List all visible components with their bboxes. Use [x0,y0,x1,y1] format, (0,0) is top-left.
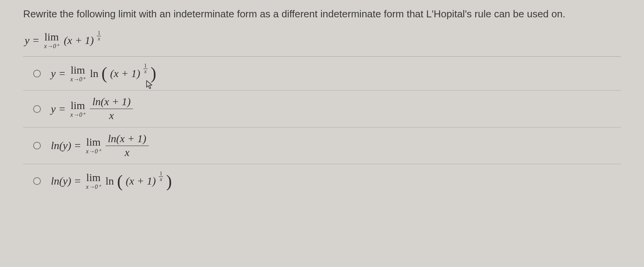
exp-num: 1 [97,30,101,36]
given-lhs: y = [25,34,39,47]
lim-label: lim [44,32,59,42]
opt4-lim: lim x→0⁺ [86,172,101,190]
opt2-num: ln(x + 1) [90,96,133,109]
question-prompt: Rewrite the following limit with an inde… [23,6,621,22]
opt1-exp: 1 x [143,63,148,74]
opt4-lim-label: lim [86,172,101,183]
opt4-exp-den: x [159,177,163,182]
opt4-lparen: ( [117,175,123,188]
opt1-lim-sub: x→0⁺ [70,76,85,82]
opt4-lim-sub: x→0⁺ [86,184,101,190]
option-4-math: ln(y) = lim x→0⁺ ln ( (x + 1) 1 x ) [51,172,172,190]
opt3-lim: lim x→0⁺ [86,137,101,154]
opt1-lim-label: lim [71,65,85,76]
given-base: (x + 1) [64,34,94,47]
opt4-lhs: ln(y) = [51,175,81,187]
opt2-den: x [107,109,116,122]
exp-den: x [97,36,101,42]
opt2-frac: ln(x + 1) x [90,96,133,122]
opt4-rparen: ) [166,175,172,188]
opt1-rparen: ) [151,67,156,80]
radio-2[interactable] [33,105,41,113]
opt4-ln: ln [106,175,114,187]
opt2-lim-label: lim [71,100,85,111]
given-expression: y = lim x→0⁺ (x + 1) 1 x [23,32,621,49]
opt1-lparen: ( [101,67,107,80]
option-2-math: y = lim x→0⁺ ln(x + 1) x [51,96,133,122]
opt3-lim-sub: x→0⁺ [86,148,101,154]
option-4[interactable]: ln(y) = lim x→0⁺ ln ( (x + 1) 1 x ) [23,164,621,198]
opt4-base: (x + 1) [126,175,156,187]
options-group: y = lim x→0⁺ ln ( (x + 1) 1 x ) y = lim … [23,57,621,198]
opt3-den: x [123,146,132,159]
lim-sub: x→0⁺ [44,43,59,49]
opt3-lim-label: lim [86,137,101,148]
radio-3[interactable] [33,142,41,149]
opt3-frac: ln(x + 1) x [106,133,149,159]
opt3-lhs: ln(y) = [51,139,81,152]
option-1-math: y = lim x→0⁺ ln ( (x + 1) 1 x ) [51,65,156,82]
cursor-icon [146,80,154,89]
opt1-exp-den: x [143,69,147,74]
opt4-exp: 1 x [159,171,163,182]
option-3[interactable]: ln(y) = lim x→0⁺ ln(x + 1) x [23,128,621,165]
option-3-math: ln(y) = lim x→0⁺ ln(x + 1) x [51,133,149,159]
opt2-lim-sub: x→0⁺ [70,112,85,118]
option-1[interactable]: y = lim x→0⁺ ln ( (x + 1) 1 x ) [23,57,621,91]
opt1-exp-num: 1 [143,63,148,69]
given-exponent: 1 x [97,30,101,42]
radio-1[interactable] [33,70,41,77]
opt1-lim: lim x→0⁺ [70,65,85,82]
opt1-ln: ln [90,67,98,80]
limit-operator: lim x→0⁺ [44,32,59,49]
opt2-lhs: y = [51,103,66,115]
opt1-base: (x + 1) [110,67,140,80]
option-2[interactable]: y = lim x→0⁺ ln(x + 1) x [23,91,621,128]
opt2-lim: lim x→0⁺ [70,100,85,118]
opt1-lhs: y = [51,67,66,80]
radio-4[interactable] [33,177,41,185]
opt3-num: ln(x + 1) [106,133,149,146]
opt4-exp-num: 1 [159,171,163,177]
